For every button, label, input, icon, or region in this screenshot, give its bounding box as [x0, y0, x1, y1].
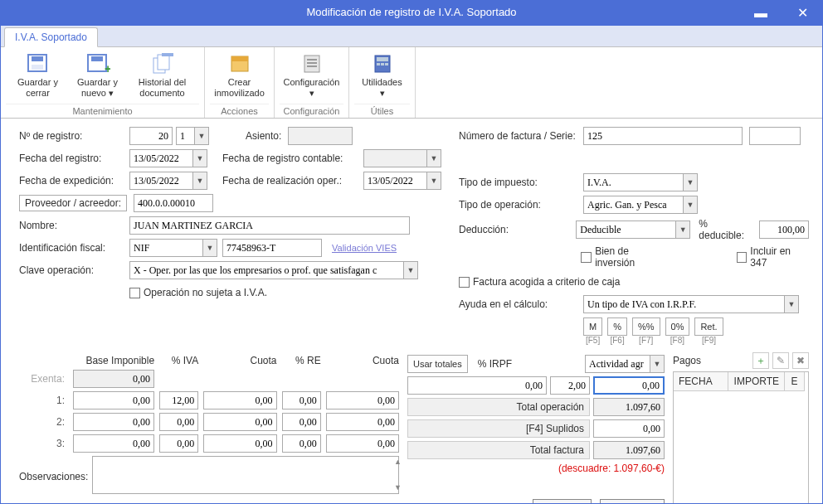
input-r1-cuota2[interactable] — [326, 391, 399, 410]
btn-historial[interactable]: Historial del documento — [130, 49, 195, 99]
input-irpf-pct[interactable] — [550, 376, 590, 395]
input-ayuda-calculo[interactable] — [583, 295, 784, 313]
dd-id-fiscal-tipo[interactable]: ▼ — [202, 239, 217, 257]
val-total-factura — [593, 441, 665, 459]
input-id-fiscal-tipo[interactable] — [129, 239, 202, 257]
tab-iva-soportado[interactable]: I.V.A. Soportado — [4, 27, 98, 47]
dd-fecha-realizacion[interactable]: ▼ — [426, 172, 441, 190]
lbl-pagos: Pagos — [673, 355, 701, 366]
dd-actividad-agr[interactable]: ▼ — [650, 355, 665, 373]
close-icon[interactable]: ✕ — [786, 1, 819, 26]
chk-bien-inversion[interactable]: Bien de inversión — [581, 245, 670, 269]
lbl-row2: 2: — [19, 416, 68, 428]
input-proveedor[interactable] — [134, 194, 213, 212]
input-fecha-registro[interactable] — [129, 149, 192, 167]
btn-pago-del[interactable]: ✖ — [792, 352, 809, 369]
input-r3-cuota[interactable] — [203, 434, 276, 453]
utilidades-icon — [370, 52, 395, 75]
btn-helper-pctpct[interactable]: %% — [632, 317, 660, 336]
btn-crear-inmovilizado[interactable]: Crear inmovilizado — [210, 49, 269, 99]
pagos-grid[interactable]: FECHA IMPORTE E — [673, 371, 809, 504]
btn-helper-ret[interactable]: Ret. — [694, 317, 723, 336]
input-r3-pct[interactable] — [159, 434, 198, 453]
dd-nregistro-serie[interactable]: ▼ — [194, 127, 209, 145]
lbl-observaciones: Observaciones: — [19, 471, 92, 482]
input-r2-pct[interactable] — [159, 413, 198, 431]
input-r3-cuota2[interactable] — [326, 434, 399, 453]
dd-deduccion[interactable]: ▼ — [675, 220, 690, 239]
input-serie-factura[interactable] — [749, 127, 801, 145]
input-clave-operacion[interactable] — [129, 261, 403, 279]
btn-guardar-cerrar[interactable]: Guardar y cerrar — [11, 49, 66, 99]
input-irpf-base[interactable] — [407, 376, 547, 395]
btn-utilidades-label: Utilidades▾ — [362, 77, 402, 99]
svg-rect-10 — [231, 56, 248, 61]
dd-ayuda-calculo[interactable]: ▼ — [784, 295, 799, 313]
input-r2-base[interactable] — [73, 413, 154, 431]
input-r2-cuota[interactable] — [203, 413, 276, 431]
btn-helper-0[interactable]: 0% — [665, 317, 690, 336]
btn-utilidades[interactable]: Utilidades▾ — [354, 49, 410, 99]
input-nregistro-serie[interactable] — [176, 127, 194, 145]
chk-factura-caja-label: Factura acogida a criterio de caja — [473, 276, 620, 288]
chk-incluir-347-label: Incluir en 347 — [750, 245, 809, 269]
input-irpf-cuota[interactable] — [593, 376, 665, 395]
input-r1-base[interactable] — [73, 391, 154, 410]
th-pagos-importe: IMPORTE — [728, 372, 785, 391]
btn-cancelar[interactable]: Cancelar — [600, 499, 665, 504]
input-observaciones[interactable] — [92, 456, 399, 494]
input-nregistro[interactable] — [129, 127, 173, 145]
input-r3-re[interactable] — [282, 434, 321, 453]
minimize-icon[interactable]: ▬ — [744, 1, 777, 26]
btn-helper-m[interactable]: M — [583, 317, 602, 336]
input-r1-re[interactable] — [282, 391, 321, 410]
dd-fecha-registro-contable[interactable]: ▼ — [426, 149, 441, 167]
lbl-fecha-realizacion: Fecha de realización oper.: — [222, 175, 363, 187]
chk-no-sujeta-iva[interactable]: Operación no sujeta a I.V.A. — [129, 287, 267, 298]
lbl-suplidos[interactable]: [F4] Suplidos — [407, 419, 590, 438]
input-num-factura[interactable] — [583, 127, 743, 145]
input-r3-base[interactable] — [73, 434, 154, 453]
lbl-nombre: Nombre: — [19, 220, 129, 231]
btn-pago-edit[interactable]: ✎ — [772, 352, 789, 369]
chk-incluir-347[interactable]: Incluir en 347 — [737, 245, 809, 269]
input-actividad-agr[interactable] — [585, 355, 650, 373]
btn-configuracion[interactable]: Configuración▾ — [280, 49, 343, 99]
input-fecha-realizacion[interactable] — [363, 172, 426, 190]
input-suplidos[interactable] — [593, 419, 665, 438]
btn-aceptar[interactable]: Aceptar — [533, 499, 592, 504]
dd-tipo-impuesto[interactable]: ▼ — [683, 173, 698, 191]
svg-rect-12 — [307, 59, 317, 61]
dd-clave-operacion[interactable]: ▼ — [403, 261, 418, 279]
input-tipo-operacion[interactable] — [583, 196, 683, 214]
btn-guardar-nuevo[interactable]: + Guardar y nuevo ▾ — [71, 49, 125, 99]
input-pct-deducible[interactable] — [759, 220, 809, 239]
scroll-up-icon[interactable]: ▲ — [394, 458, 402, 466]
lbl-deduccion: Deducción: — [459, 224, 576, 235]
input-deduccion[interactable] — [576, 220, 675, 239]
scroll-down-icon[interactable]: ▼ — [394, 483, 402, 492]
btn-usar-totales[interactable]: Usar totales — [407, 355, 468, 373]
input-r2-re[interactable] — [282, 413, 321, 431]
input-tipo-impuesto[interactable] — [583, 173, 683, 191]
chk-bien-inversion-label: Bien de inversión — [595, 245, 670, 269]
btn-helper-pct[interactable]: % — [607, 317, 627, 336]
dd-tipo-operacion[interactable]: ▼ — [683, 196, 698, 214]
dd-fecha-expedicion[interactable]: ▼ — [192, 172, 207, 190]
chk-factura-caja[interactable]: Factura acogida a criterio de caja — [459, 276, 620, 288]
lbl-row1: 1: — [19, 395, 68, 406]
btn-pago-add[interactable]: ＋ — [752, 352, 769, 369]
input-id-fiscal-num[interactable] — [222, 239, 322, 257]
lbl-exenta: Exenta: — [19, 373, 68, 385]
input-asiento — [288, 127, 353, 145]
input-nombre[interactable] — [129, 216, 410, 235]
chk-no-sujeta-iva-label: Operación no sujeta a I.V.A. — [144, 287, 267, 298]
input-fecha-registro-contable[interactable] — [363, 149, 426, 167]
dd-fecha-registro[interactable]: ▼ — [192, 149, 207, 167]
input-r1-pct[interactable] — [159, 391, 198, 410]
input-r1-cuota[interactable] — [203, 391, 276, 410]
link-validacion-vies[interactable]: Validación VIES — [332, 243, 397, 253]
input-fecha-expedicion[interactable] — [129, 172, 192, 190]
input-r2-cuota2[interactable] — [326, 413, 399, 431]
btn-proveedor[interactable]: Proveedor / acreedor: — [19, 195, 127, 211]
